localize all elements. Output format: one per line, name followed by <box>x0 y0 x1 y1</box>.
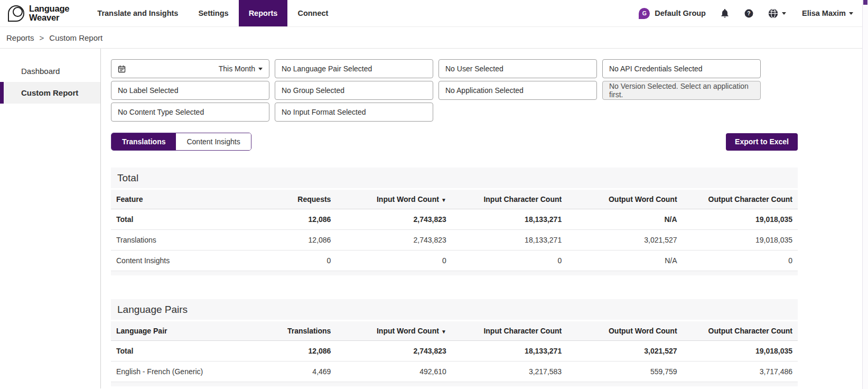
filter-grid: This Month No Language Pair Selected No … <box>111 59 798 122</box>
chevron-down-icon <box>258 68 263 70</box>
cell-feature: Content Insights <box>111 251 221 271</box>
col-requests[interactable]: Requests <box>221 189 336 209</box>
cell-output-character-count: 3,717,486 <box>683 362 798 382</box>
col-input-word-count[interactable]: Input Word Count▼ <box>336 189 451 209</box>
sidebar-item-dashboard[interactable]: Dashboard <box>0 60 100 82</box>
chevron-down-icon <box>849 12 853 15</box>
sort-desc-icon: ▼ <box>441 197 446 203</box>
cell-requests: 12,086 <box>221 230 336 251</box>
cell-output-word-count: N/A <box>567 251 682 271</box>
col-translations[interactable]: Translations <box>221 321 336 341</box>
input-format-filter[interactable]: No Input Format Selected <box>275 103 433 122</box>
cell-language-pair: English - French (Generic) <box>111 362 221 382</box>
language-pairs-header-row: Language Pair Translations Input Word Co… <box>111 321 798 341</box>
top-nav: Language Weaver Translate and Insights S… <box>0 0 868 27</box>
cell-input-character-count: 18,133,271 <box>452 209 567 230</box>
brand-line1: Language <box>29 4 69 13</box>
cell-output-character-count: 19,018,035 <box>683 230 798 251</box>
cell-input-word-count: 2,743,823 <box>336 341 451 362</box>
table-row: Translations 12,086 2,743,823 18,133,271… <box>111 230 798 251</box>
cell-feature: Total <box>111 209 221 230</box>
cell-translations: 4,469 <box>221 362 336 382</box>
chevron-down-icon <box>782 12 786 15</box>
cell-output-word-count: 3,021,527 <box>567 230 682 251</box>
breadcrumb-separator-icon: > <box>40 33 44 42</box>
cell-translations: 12,086 <box>221 341 336 362</box>
language-pairs-panel: Language Pairs Language Pair Translation… <box>111 299 798 386</box>
nav-reports[interactable]: Reports <box>239 0 288 26</box>
svg-text:?: ? <box>747 11 750 16</box>
cell-requests: 12,086 <box>221 209 336 230</box>
total-table: Feature Requests Input Word Count▼ Input… <box>111 188 798 271</box>
col-output-character-count[interactable]: Output Character Count <box>683 321 798 341</box>
version-filter: No Version Selected. Select an applicati… <box>602 81 761 100</box>
sidebar: Dashboard Custom Report <box>0 49 101 388</box>
topbar-right: G Default Group ? <box>639 0 868 26</box>
cell-requests: 0 <box>221 251 336 271</box>
cell-input-character-count: 0 <box>452 251 567 271</box>
group-selector[interactable]: G Default Group <box>639 8 706 19</box>
cell-input-word-count: 2,743,823 <box>336 209 451 230</box>
application-filter[interactable]: No Application Selected <box>438 81 597 100</box>
language-pairs-panel-title: Language Pairs <box>111 299 798 320</box>
table-row: Total 12,086 2,743,823 18,133,271 N/A 19… <box>111 209 798 230</box>
col-output-word-count[interactable]: Output Word Count <box>567 189 682 209</box>
label-filter[interactable]: No Label Selected <box>111 81 269 100</box>
col-input-character-count[interactable]: Input Character Count <box>452 189 567 209</box>
table-row: English - French (Generic) 4,469 492,610… <box>111 362 798 382</box>
api-credentials-filter[interactable]: No API Credentials Selected <box>602 59 761 78</box>
globe-icon <box>768 8 779 19</box>
tab-content-insights[interactable]: Content Insights <box>176 133 250 150</box>
notifications-button[interactable] <box>720 8 730 18</box>
col-output-character-count[interactable]: Output Character Count <box>683 189 798 209</box>
tab-row: Translations Content Insights Export to … <box>111 133 798 151</box>
nav-translate-and-insights[interactable]: Translate and Insights <box>87 0 188 26</box>
cell-output-word-count: N/A <box>567 209 682 230</box>
cell-feature: Translations <box>111 230 221 251</box>
brand-logo[interactable]: Language Weaver <box>0 0 78 26</box>
language-weaver-logo-icon <box>8 5 24 22</box>
sort-desc-icon: ▼ <box>441 329 446 335</box>
scrollbar[interactable] <box>862 0 868 389</box>
cell-input-character-count: 18,133,271 <box>452 230 567 251</box>
help-button[interactable]: ? <box>744 8 754 18</box>
language-pairs-table: Language Pair Translations Input Word Co… <box>111 320 798 382</box>
brand-name: Language Weaver <box>29 4 69 23</box>
cell-input-word-count: 2,743,823 <box>336 230 451 251</box>
total-table-header-row: Feature Requests Input Word Count▼ Input… <box>111 189 798 209</box>
group-pin-icon: G <box>639 8 650 19</box>
main-area: Dashboard Custom Report <box>0 49 868 388</box>
user-name: Elisa Maxim <box>802 9 846 17</box>
scrollbar-thumb[interactable] <box>863 0 867 5</box>
col-output-word-count[interactable]: Output Word Count <box>567 321 682 341</box>
total-panel: Total Feature Requests Input Word Count▼… <box>111 168 798 275</box>
help-icon: ? <box>744 8 754 18</box>
date-range-filter[interactable]: This Month <box>111 59 269 78</box>
user-filter[interactable]: No User Selected <box>438 59 597 78</box>
nav-settings[interactable]: Settings <box>188 0 238 26</box>
tab-translations[interactable]: Translations <box>111 133 176 150</box>
cell-output-word-count: 559,759 <box>567 362 682 382</box>
col-feature[interactable]: Feature <box>111 189 221 209</box>
group-filter[interactable]: No Group Selected <box>275 81 433 100</box>
main-nav: Translate and Insights Settings Reports … <box>87 0 338 26</box>
breadcrumb-current: Custom Report <box>49 33 102 42</box>
content: This Month No Language Pair Selected No … <box>101 49 868 388</box>
language-pair-filter[interactable]: No Language Pair Selected <box>275 59 433 78</box>
group-name: Default Group <box>655 9 706 17</box>
calendar-icon <box>118 65 126 73</box>
user-menu[interactable]: Elisa Maxim <box>802 9 853 17</box>
export-to-excel-button[interactable]: Export to Excel <box>726 133 798 151</box>
breadcrumb-reports[interactable]: Reports <box>6 33 34 42</box>
sidebar-item-custom-report[interactable]: Custom Report <box>0 82 100 104</box>
col-input-word-count[interactable]: Input Word Count▼ <box>336 321 451 341</box>
language-selector[interactable] <box>768 8 786 19</box>
cell-language-pair: Total <box>111 341 221 362</box>
col-language-pair[interactable]: Language Pair <box>111 321 221 341</box>
nav-connect[interactable]: Connect <box>287 0 338 26</box>
content-type-filter[interactable]: No Content Type Selected <box>111 103 269 122</box>
cell-input-word-count: 0 <box>336 251 451 271</box>
col-input-character-count[interactable]: Input Character Count <box>452 321 567 341</box>
table-row: Total 12,086 2,743,823 18,133,271 3,021,… <box>111 341 798 362</box>
cell-input-word-count: 492,610 <box>336 362 451 382</box>
